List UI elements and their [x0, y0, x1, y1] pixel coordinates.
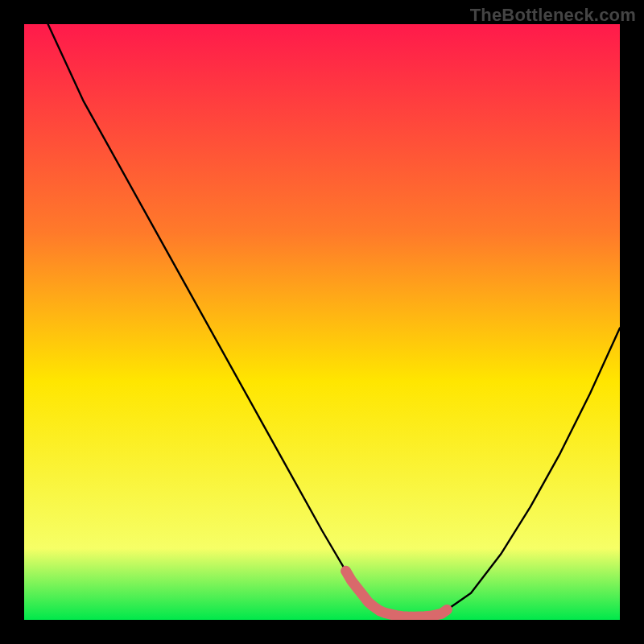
- chart-stage: TheBottleneck.com: [0, 0, 644, 644]
- watermark-text: TheBottleneck.com: [470, 5, 636, 26]
- plot-area: [24, 24, 620, 620]
- plot-svg: [24, 24, 620, 620]
